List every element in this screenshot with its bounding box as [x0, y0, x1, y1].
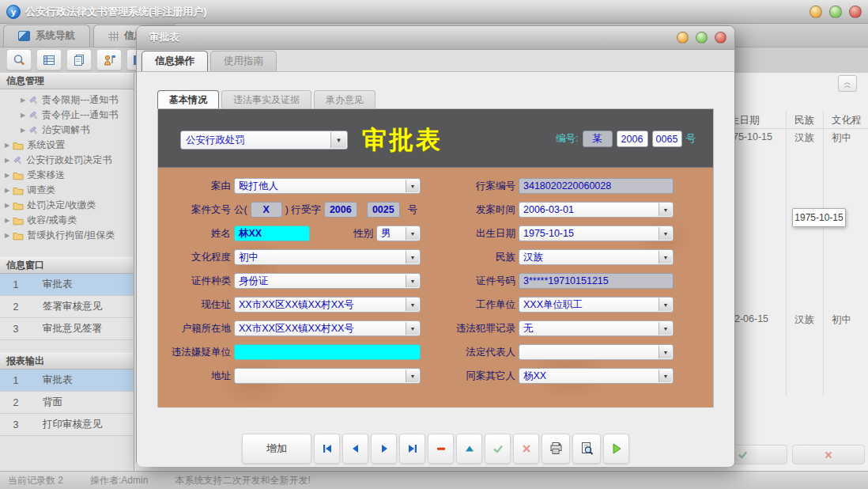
- expander-icon[interactable]: ▶: [5, 172, 9, 179]
- nav-first-button[interactable]: [314, 434, 340, 464]
- app-title: 公安行政法律文书管理系统(非注册用户): [25, 5, 207, 19]
- nav-prev-button[interactable]: [342, 434, 368, 464]
- cert-type-dropdown[interactable]: 身份证 ▼: [234, 273, 421, 289]
- delete-record-button[interactable]: [428, 434, 454, 464]
- cert-no-field[interactable]: 3*****19710151215: [519, 273, 674, 289]
- expander-icon[interactable]: ▶: [5, 142, 9, 149]
- expander-icon[interactable]: ▶: [5, 157, 9, 164]
- chevron-down-icon[interactable]: ▼: [659, 322, 672, 335]
- tree-item[interactable]: ▶ 受案移送: [0, 168, 134, 183]
- dialog-close-button[interactable]: [715, 32, 726, 44]
- background-cancel-button[interactable]: [792, 445, 865, 464]
- chevron-down-icon[interactable]: ▼: [659, 298, 672, 311]
- expander-icon[interactable]: ▶: [5, 217, 9, 224]
- chevron-down-icon[interactable]: ▼: [659, 370, 672, 382]
- education-dropdown[interactable]: 初中 ▼: [234, 249, 421, 265]
- current-address-dropdown[interactable]: XX市XX区XX镇XX村XX号 ▼: [234, 297, 421, 313]
- nav-next-button[interactable]: [371, 434, 397, 464]
- field-label-suspect-unit: 违法嫌疑单位: [158, 343, 231, 361]
- ethnicity-dropdown[interactable]: 汉族 ▼: [519, 249, 674, 265]
- chevron-down-icon[interactable]: ▼: [659, 227, 672, 240]
- expander-icon[interactable]: ▶: [21, 97, 25, 104]
- expander-icon[interactable]: ▶: [5, 232, 9, 239]
- confirm-button[interactable]: [485, 434, 511, 464]
- case-doc-prefix: 公(: [234, 201, 247, 218]
- tab-dialog-info-operation[interactable]: 信息操作: [142, 51, 208, 71]
- list-item[interactable]: 1 审批表: [0, 370, 134, 392]
- field-label-case-cause: 案由: [158, 177, 231, 195]
- tree-item[interactable]: ▶ 处罚决定/收缴类: [0, 198, 134, 213]
- document-type-dropdown[interactable]: 公安行政处罚 ▼: [180, 131, 348, 150]
- cancel-button[interactable]: [513, 434, 539, 464]
- cert-no-value: 3*****19710151215: [523, 275, 609, 286]
- dialog-titlebar[interactable]: 审批表: [137, 26, 734, 50]
- minimize-button[interactable]: [810, 6, 822, 18]
- dialog-maximize-button[interactable]: [696, 32, 708, 44]
- tree-item[interactable]: ▶ 治安调解书: [0, 123, 134, 138]
- list-item[interactable]: 3 打印审核意见: [0, 414, 134, 436]
- sidebar-section-info-management: 信息管理: [0, 73, 134, 89]
- case-time-dropdown[interactable]: 2006-03-01 ▼: [519, 202, 674, 218]
- household-dropdown[interactable]: XX市XX区XX镇XX村XX号 ▼: [234, 320, 421, 336]
- case-cause-dropdown[interactable]: 殴打他人 ▼: [234, 178, 421, 194]
- tab-basic-info[interactable]: 基本情况: [157, 90, 219, 109]
- tab-facts-evidence[interactable]: 违法事实及证据: [221, 90, 311, 109]
- expander-icon[interactable]: ▶: [21, 127, 25, 134]
- birthdate-dropdown[interactable]: 1975-10-15 ▼: [519, 226, 674, 241]
- tree-item[interactable]: ▶ 系统设置: [0, 138, 134, 153]
- list-item[interactable]: 2 签署审核意见: [0, 296, 134, 318]
- maximize-button[interactable]: [829, 6, 842, 18]
- tab-dialog-user-guide[interactable]: 使用指南: [210, 51, 277, 71]
- tree-item-label: 治安调解书: [42, 123, 89, 137]
- address-dropdown[interactable]: ▼: [234, 368, 421, 384]
- documents-button[interactable]: [66, 49, 92, 70]
- work-unit-dropdown[interactable]: XXX单位职工 ▼: [519, 297, 674, 313]
- print-button[interactable]: [542, 434, 570, 464]
- chevron-down-icon[interactable]: ▼: [659, 346, 672, 358]
- form-panel-body: 案由 殴打他人 ▼ 行案编号 3418020220060028 案件文号 公( …: [158, 168, 713, 408]
- tab-system-nav[interactable]: 系统导航: [3, 25, 90, 47]
- tree-item[interactable]: ▶ 调查类: [0, 183, 134, 198]
- search-icon: [12, 53, 26, 67]
- tree-item[interactable]: ▶ 收容/戒毒类: [0, 213, 134, 228]
- close-button[interactable]: [849, 6, 862, 18]
- dialog-minimize-button[interactable]: [677, 32, 689, 44]
- case-doc-org-field[interactable]: X: [251, 202, 282, 218]
- case-cause-value: 殴打他人: [239, 180, 292, 193]
- edit-record-button[interactable]: [456, 434, 482, 464]
- expander-icon[interactable]: ▶: [5, 202, 9, 209]
- search-button[interactable]: [6, 49, 32, 70]
- user-button[interactable]: [96, 49, 122, 70]
- tree-item[interactable]: ▶ 责令限期---通知书: [0, 93, 134, 108]
- expander-icon[interactable]: ▶: [21, 112, 25, 119]
- nav-last-button[interactable]: [399, 434, 425, 464]
- chevron-down-icon[interactable]: ▼: [330, 132, 346, 148]
- add-button[interactable]: 增加: [242, 434, 311, 464]
- suspect-unit-field[interactable]: [234, 344, 421, 360]
- number-region-field[interactable]: 某: [583, 131, 613, 147]
- chevron-down-icon[interactable]: ▼: [659, 251, 672, 263]
- tab-handling-opinion[interactable]: 承办意见: [314, 90, 376, 109]
- case-doc-year-field[interactable]: 2006: [324, 202, 357, 218]
- expander-icon[interactable]: ▶: [5, 187, 9, 194]
- tree-item[interactable]: ▶ 公安行政处罚决定书: [0, 153, 134, 168]
- collapse-panel-button[interactable]: ︿ ︿: [838, 75, 857, 92]
- legal-rep-dropdown[interactable]: ▼: [519, 344, 674, 360]
- list-item[interactable]: 2 背面: [0, 392, 134, 414]
- tab-label: 信息操作: [155, 55, 194, 68]
- tree-item[interactable]: ▶ 责令停止---通知书: [0, 108, 134, 123]
- case-no-field[interactable]: 3418020220060028: [519, 178, 674, 194]
- name-field[interactable]: 林XX: [234, 226, 310, 241]
- number-serial-field[interactable]: 0065: [652, 131, 682, 147]
- list-view-button[interactable]: [36, 49, 62, 70]
- tree-item[interactable]: ▶ 暂缓执行拘留/担保类: [0, 228, 134, 243]
- crime-record-dropdown[interactable]: 无 ▼: [519, 320, 674, 336]
- list-item[interactable]: 3 审批意见签署: [0, 318, 134, 340]
- preview-button[interactable]: [572, 434, 601, 464]
- co-offender-dropdown[interactable]: 杨XX ▼: [519, 368, 674, 384]
- chevron-down-icon[interactable]: ▼: [659, 203, 672, 216]
- number-year-field[interactable]: 2006: [617, 131, 648, 147]
- execute-button[interactable]: [603, 434, 629, 464]
- grid-icon: [108, 32, 119, 41]
- list-item[interactable]: 1 审批表: [0, 274, 134, 296]
